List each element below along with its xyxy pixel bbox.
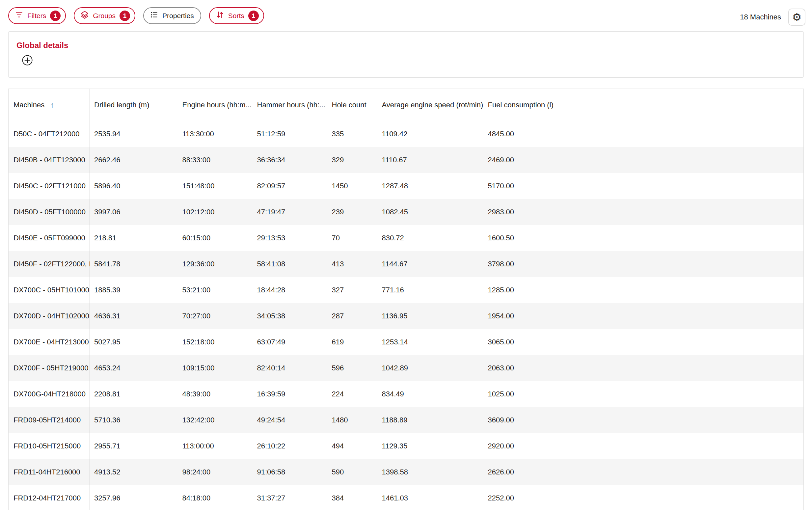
fuel-consumption-cell: 2983.00 [484,199,804,225]
hammer-hours-cell: 29:13:53 [253,225,328,251]
machines-table: Machines ↑ Drilled length (m) Engine hou… [8,89,804,510]
table-row[interactable]: DX700D - 04HT1020004636.3170:27:0034:05:… [8,303,804,329]
engine-hours-cell: 132:42:00 [178,407,253,433]
fuel-consumption-cell: 2920.00 [484,433,804,459]
hole-count-cell: 1450 [328,173,378,199]
fuel-consumption-cell: 4845.00 [484,121,804,147]
avg-engine-speed-cell: 830.72 [378,225,484,251]
drilled-length-cell: 218.81 [90,225,178,251]
fuel-consumption-cell: 1954.00 [484,303,804,329]
engine-hours-cell: 70:27:00 [178,303,253,329]
engine-hours-cell: 129:36:00 [178,251,253,277]
hammer-hours-cell: 82:40:14 [253,355,328,381]
fuel-consumption-cell: 3065.00 [484,329,804,355]
drilled-length-cell: 3997.06 [90,199,178,225]
machine-name-cell: FRD12-04HT217000 [8,485,90,510]
filters-count-badge: 1 [50,10,61,21]
table-row[interactable]: FRD09-05HT2140005710.36132:42:0049:24:54… [8,407,804,433]
column-header-engine-hours[interactable]: Engine hours (hh:m... [178,89,253,121]
drilled-length-cell: 4636.31 [90,303,178,329]
column-header-hole-count[interactable]: Hole count [328,89,378,121]
drilled-length-cell: 4913.52 [90,459,178,485]
drilled-length-cell: 2535.94 [90,121,178,147]
column-header-machines[interactable]: Machines ↑ [8,89,90,121]
column-header-hammer-hours[interactable]: Hammer hours (hh:... [253,89,328,121]
table-row[interactable]: FRD11-04HT2160004913.5298:24:0091:06:585… [8,459,804,485]
groups-button[interactable]: Groups 1 [74,7,135,24]
machine-name-cell: D50C - 04FT212000 [8,121,90,147]
hole-count-cell: 1480 [328,407,378,433]
fuel-consumption-cell: 1285.00 [484,277,804,303]
avg-engine-speed-cell: 1110.67 [378,147,484,173]
sorts-label: Sorts [228,12,244,20]
drilled-length-cell: 4653.24 [90,355,178,381]
column-header-avg-engine-speed[interactable]: Average engine speed (rot/min) [378,89,484,121]
filters-button[interactable]: Filters 1 [8,7,66,24]
machine-name-cell: DX700C - 05HT101000 [8,277,90,303]
machine-count: 18 Machines [740,13,781,21]
drilled-length-cell: 3257.96 [90,485,178,510]
machine-name-cell: DX700F - 05HT219000 [8,355,90,381]
hammer-hours-cell: 36:36:34 [253,147,328,173]
table-row[interactable]: D50C - 04FT2120002535.94113:30:0051:12:5… [8,121,804,147]
avg-engine-speed-cell: 1082.45 [378,199,484,225]
avg-engine-speed-cell: 834.49 [378,381,484,407]
fuel-consumption-cell: 2252.00 [484,485,804,510]
hole-count-cell: 70 [328,225,378,251]
fuel-consumption-cell: 3609.00 [484,407,804,433]
machine-name-cell: DI450C - 02FT121000 [8,173,90,199]
machine-name-cell: DI450B - 04FT123000 [8,147,90,173]
engine-hours-cell: 60:15:00 [178,225,253,251]
machine-name-cell: DI450F - 02FT122000, D [8,251,90,277]
groups-label: Groups [93,12,116,20]
drilled-length-cell: 5841.78 [90,251,178,277]
hole-count-cell: 335 [328,121,378,147]
drilled-length-cell: 2955.71 [90,433,178,459]
sorts-button[interactable]: Sorts 1 [209,7,264,24]
engine-hours-cell: 113:00:00 [178,433,253,459]
table-row[interactable]: DX700F - 05HT2190004653.24109:15:0082:40… [8,355,804,381]
machine-name-cell: DX700E - 04HT213000 [8,329,90,355]
properties-label: Properties [162,12,194,20]
engine-hours-cell: 88:33:00 [178,147,253,173]
machine-name-cell: DI450E - 05FT099000 [8,225,90,251]
properties-button[interactable]: Properties [143,7,201,24]
hole-count-cell: 596 [328,355,378,381]
column-label: Machines [13,101,45,109]
hole-count-cell: 590 [328,459,378,485]
table-row[interactable]: DI450D - 05FT1000003997.06102:12:0047:19… [8,199,804,225]
plus-circle-icon [22,62,33,67]
avg-engine-speed-cell: 1129.35 [378,433,484,459]
hammer-hours-cell: 63:07:49 [253,329,328,355]
table-row[interactable]: DI450E - 05FT099000218.8160:15:0029:13:5… [8,225,804,251]
engine-hours-cell: 48:39:00 [178,381,253,407]
table-row[interactable]: DI450C - 02FT1210005896.40151:48:0082:09… [8,173,804,199]
toolbar-right: 18 Machines ⚙ [740,8,805,26]
table-row[interactable]: FRD12-04HT2170003257.9684:18:0031:37:273… [8,485,804,510]
avg-engine-speed-cell: 1398.58 [378,459,484,485]
avg-engine-speed-cell: 1144.67 [378,251,484,277]
hole-count-cell: 239 [328,199,378,225]
column-header-drilled-length[interactable]: Drilled length (m) [90,89,178,121]
settings-button[interactable]: ⚙ [788,8,805,26]
hole-count-cell: 287 [328,303,378,329]
machine-name-cell: FRD11-04HT216000 [8,459,90,485]
fuel-consumption-cell: 2063.00 [484,355,804,381]
fuel-consumption-cell: 1600.50 [484,225,804,251]
table-row[interactable]: DI450F - 02FT122000, D5841.78129:36:0058… [8,251,804,277]
add-detail-button[interactable] [22,55,33,66]
column-header-fuel-consumption[interactable]: Fuel consumption (l) [484,89,804,121]
table-row[interactable]: DX700E - 04HT2130005027.95152:18:0063:07… [8,329,804,355]
hole-count-cell: 224 [328,381,378,407]
table-row[interactable]: DI450B - 04FT1230002662.4688:33:0036:36:… [8,147,804,173]
avg-engine-speed-cell: 1287.48 [378,173,484,199]
drilled-length-cell: 5027.95 [90,329,178,355]
gear-icon: ⚙ [792,12,802,22]
fuel-consumption-cell: 3798.00 [484,251,804,277]
table-row[interactable]: DX700G-04HT2180002208.8148:39:0016:39:59… [8,381,804,407]
table-row[interactable]: FRD10-05HT2150002955.71113:00:0026:10:22… [8,433,804,459]
hole-count-cell: 494 [328,433,378,459]
table-row[interactable]: DX700C - 05HT1010001885.3953:21:0018:44:… [8,277,804,303]
hammer-hours-cell: 82:09:57 [253,173,328,199]
engine-hours-cell: 151:48:00 [178,173,253,199]
